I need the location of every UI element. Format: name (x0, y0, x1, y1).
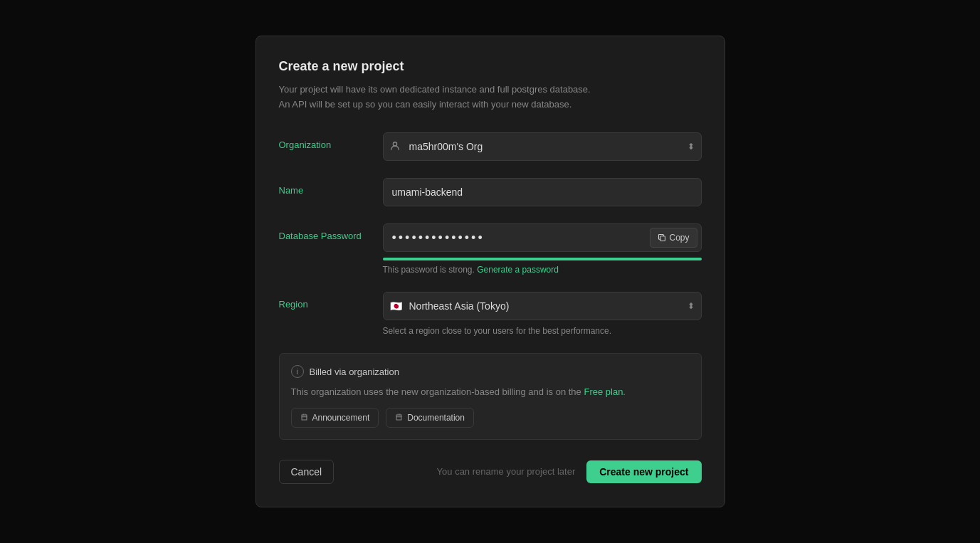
region-field: Region 🇯🇵 Northeast Asia (Tokyo) ⬍ Selec… (279, 292, 702, 336)
password-field: Database Password Copy This password is … (279, 223, 702, 275)
generate-password-link[interactable]: Generate a password (477, 265, 559, 275)
footer-right: You can rename your project later Create… (437, 460, 702, 483)
description-line2: An API will be set up so you can easily … (279, 99, 572, 110)
announcement-button[interactable]: Announcement (291, 408, 379, 428)
modal-footer: Cancel You can rename your project later… (279, 460, 702, 484)
footer-left: Cancel (279, 460, 334, 484)
region-hint: Select a region close to your users for … (383, 326, 702, 336)
free-plan-link[interactable]: Free plan (584, 386, 623, 397)
documentation-button[interactable]: Documentation (386, 408, 474, 428)
cancel-button[interactable]: Cancel (279, 460, 334, 484)
organization-select[interactable]: ma5hr00m's Org (383, 132, 702, 161)
modal-description: Your project will have its own dedicated… (279, 83, 702, 112)
organization-select-wrapper: ma5hr00m's Org ⬍ (383, 132, 702, 161)
copy-button[interactable]: Copy (650, 228, 697, 248)
billing-description: This organization uses the new organizat… (291, 385, 690, 399)
billing-info-icon: i (291, 365, 304, 378)
organization-field: Organization ma5hr00m's Org ⬍ (279, 132, 702, 161)
region-select-wrapper: 🇯🇵 Northeast Asia (Tokyo) ⬍ (383, 292, 702, 320)
documentation-label: Documentation (407, 413, 465, 423)
name-input[interactable] (383, 178, 702, 206)
create-project-modal: Create a new project Your project will h… (255, 36, 725, 507)
description-line1: Your project will have its own dedicated… (279, 84, 591, 95)
modal-title: Create a new project (279, 59, 702, 74)
region-content: 🇯🇵 Northeast Asia (Tokyo) ⬍ Select a reg… (383, 292, 702, 336)
billing-header: i Billed via organization (291, 365, 690, 378)
svg-rect-1 (660, 236, 665, 241)
billing-links: Announcement Documentation (291, 408, 690, 428)
billing-title: Billed via organization (310, 367, 399, 377)
strength-label: This password is strong. (383, 265, 475, 275)
password-label: Database Password (279, 223, 372, 241)
create-project-button[interactable]: Create new project (586, 460, 701, 483)
rename-hint: You can rename your project later (437, 466, 576, 477)
announcement-label: Announcement (312, 413, 370, 423)
password-wrapper: Copy (383, 223, 702, 252)
name-content (383, 178, 702, 206)
password-content: Copy This password is strong. Generate a… (383, 223, 702, 275)
copy-label: Copy (669, 233, 689, 243)
password-strength-bar (383, 258, 702, 260)
billing-box: i Billed via organization This organizat… (279, 353, 702, 440)
billing-desc-suffix: . (623, 386, 626, 397)
password-hint: This password is strong. Generate a pass… (383, 265, 702, 275)
modal-overlay: Create a new project Your project will h… (0, 0, 980, 543)
name-label: Name (279, 178, 372, 196)
organization-content: ma5hr00m's Org ⬍ (383, 132, 702, 161)
billing-desc-prefix: This organization uses the new organizat… (291, 386, 584, 397)
organization-label: Organization (279, 132, 372, 150)
name-field: Name (279, 178, 702, 206)
region-select[interactable]: Northeast Asia (Tokyo) (383, 292, 702, 320)
region-label: Region (279, 292, 372, 310)
